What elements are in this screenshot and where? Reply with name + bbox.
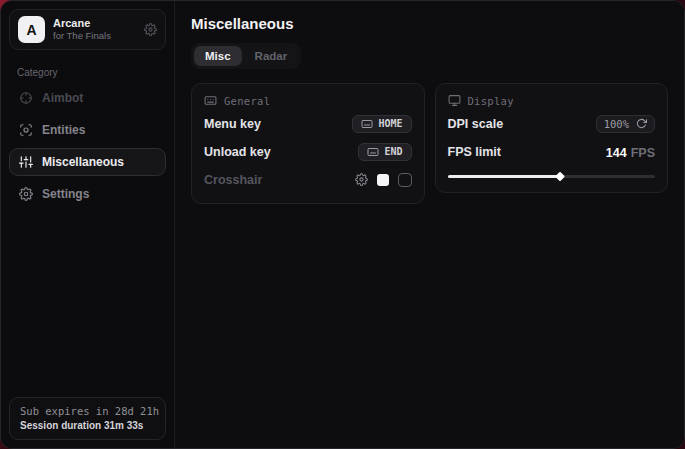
keyboard-icon [204, 94, 217, 107]
unload-key-row: Unload key END [204, 140, 412, 163]
menu-key-value: HOME [378, 118, 402, 129]
tab-misc[interactable]: Misc [194, 46, 242, 66]
general-card-title: General [224, 95, 270, 107]
menu-key-label: Menu key [204, 117, 261, 131]
sliders-icon [19, 155, 33, 169]
app-name: Arcane [53, 17, 111, 31]
fps-limit-label: FPS limit [448, 145, 501, 159]
tab-radar[interactable]: Radar [244, 46, 299, 66]
sidebar-item-label: Aimbot [42, 91, 83, 105]
session-duration-text: Session duration 31m 33s [20, 420, 155, 431]
display-card-header: Display [448, 94, 656, 107]
dpi-scale-label: DPI scale [448, 117, 504, 131]
fps-limit-value-group: 144FPS [606, 143, 655, 161]
general-card: General Menu key HOME Unload key END [191, 83, 425, 204]
sidebar-item-miscellaneous[interactable]: Miscellaneous [9, 148, 166, 176]
sidebar-item-entities[interactable]: Entities [9, 116, 166, 144]
keyboard-icon [367, 146, 379, 158]
category-label: Category [17, 67, 158, 78]
crosshair-row: Crosshair [204, 168, 412, 191]
unload-key-value: END [384, 146, 402, 157]
fps-slider-fill [448, 175, 560, 178]
app-subtitle: for The Finals [53, 30, 111, 42]
crosshair-icon [19, 91, 33, 105]
unload-key-button[interactable]: END [358, 143, 411, 161]
dpi-scale-value: 100% [604, 118, 629, 130]
fps-slider-thumb[interactable] [555, 172, 565, 182]
logo-card: A Arcane for The Finals [9, 9, 166, 50]
sidebar-item-label: Miscellaneous [42, 155, 124, 169]
crosshair-controls [355, 173, 412, 187]
keyboard-icon [361, 118, 373, 130]
gear-icon [19, 187, 33, 201]
unload-key-label: Unload key [204, 145, 271, 159]
crosshair-label: Crosshair [204, 173, 262, 187]
dpi-scale-button[interactable]: 100% [596, 115, 655, 133]
crosshair-settings-gear-icon[interactable] [355, 173, 368, 186]
subscription-status-card: Sub expires in 28d 21h Session duration … [9, 397, 166, 440]
fps-limit-slider[interactable] [448, 172, 656, 180]
fps-limit-unit: FPS [631, 146, 655, 160]
app-window: A Arcane for The Finals Category Aimbot … [0, 0, 685, 449]
scan-icon [19, 123, 33, 137]
sidebar-item-aimbot[interactable]: Aimbot [9, 84, 166, 112]
app-logo: A [18, 16, 45, 43]
fps-limit-row: FPS limit 144FPS [448, 140, 656, 163]
menu-key-row: Menu key HOME [204, 112, 412, 135]
app-title-block: Arcane for The Finals [53, 17, 111, 43]
sidebar-item-settings[interactable]: Settings [9, 180, 166, 208]
display-card-title: Display [468, 95, 514, 107]
dpi-scale-row: DPI scale 100% [448, 112, 656, 135]
crosshair-checkbox[interactable] [398, 173, 412, 187]
menu-key-button[interactable]: HOME [352, 115, 411, 133]
sub-expires-text: Sub expires in 28d 21h [20, 405, 155, 417]
main-panel: Miscellaneous Misc Radar General Menu ke… [175, 1, 684, 448]
sidebar-item-label: Entities [42, 123, 85, 137]
gear-icon[interactable] [144, 23, 157, 36]
general-card-header: General [204, 94, 412, 107]
display-card: Display DPI scale 100% FPS limit 144FPS [435, 83, 669, 193]
sidebar-item-label: Settings [42, 187, 89, 201]
tab-bar: Misc Radar [191, 43, 301, 69]
cards-row: General Menu key HOME Unload key END [191, 83, 668, 204]
monitor-icon [448, 94, 461, 107]
sidebar: A Arcane for The Finals Category Aimbot … [1, 1, 175, 448]
fps-limit-value: 144 [606, 146, 627, 160]
crosshair-color-swatch[interactable] [377, 174, 389, 186]
refresh-icon [636, 118, 647, 129]
sidebar-nav: Aimbot Entities Miscellaneous Settings [9, 84, 166, 212]
page-title: Miscellaneous [191, 15, 668, 32]
